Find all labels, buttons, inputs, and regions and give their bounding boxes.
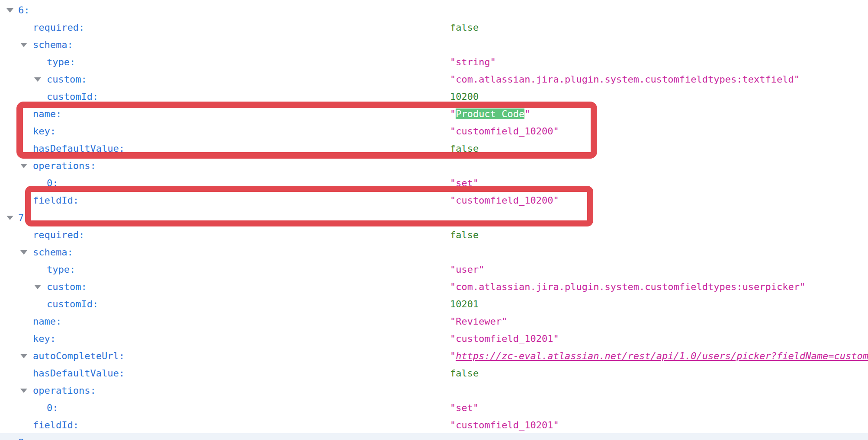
tree-key: key: xyxy=(33,123,56,140)
tree-row: required:false xyxy=(0,226,868,244)
chevron-down-icon[interactable] xyxy=(20,164,27,168)
tree-row: type:"user" xyxy=(0,261,868,278)
tree-key: autoCompleteUrl: xyxy=(33,348,125,365)
chevron-down-icon[interactable] xyxy=(34,285,41,289)
tree-row: 0:"set" xyxy=(0,175,868,192)
tree-row: schema: xyxy=(0,244,868,261)
tree-row: hasDefaultValue:false xyxy=(0,365,868,382)
tree-row: custom:"com.atlassian.jira.plugin.system… xyxy=(0,278,868,296)
tree-row: required:false xyxy=(0,19,868,36)
tree-row: fieldId:"customfield_10200" xyxy=(0,192,868,209)
tree-value: false xyxy=(450,365,479,382)
quote-mark: " xyxy=(524,108,530,119)
tree-key: customId: xyxy=(47,296,98,313)
tree-row: 0:"set" xyxy=(0,399,868,417)
tree-key: 0: xyxy=(47,399,58,417)
tree-row: fieldId:"customfield_10201" xyxy=(0,417,868,434)
tree-key: schema: xyxy=(33,36,73,54)
chevron-down-icon[interactable] xyxy=(6,8,13,13)
chevron-down-icon[interactable] xyxy=(6,216,13,220)
tree-row: customId:10200 xyxy=(0,88,868,105)
tree-value: "customfield_10200" xyxy=(450,123,559,140)
tree-value: 10200 xyxy=(450,88,479,105)
tree-key: 8: xyxy=(18,434,30,440)
tree-key: hasDefaultValue: xyxy=(33,365,125,382)
tree-value: "set" xyxy=(450,175,479,192)
tree-key: 6: xyxy=(18,2,30,19)
autocomplete-url-link[interactable]: "https://zc-eval.atlassian.net/rest/api/… xyxy=(450,348,868,365)
tree-value: "user" xyxy=(450,261,484,278)
tree-row: operations: xyxy=(0,157,868,175)
tree-value: 10201 xyxy=(450,296,479,313)
chevron-down-icon[interactable] xyxy=(34,77,41,82)
next-row-highlight-band: 8: xyxy=(0,433,868,440)
tree-key: key: xyxy=(33,330,56,348)
tree-value: "com.atlassian.jira.plugin.system.custom… xyxy=(450,278,805,296)
tree-key: 7: xyxy=(18,209,30,226)
tree-value: "set" xyxy=(450,399,479,417)
tree-row: schema: xyxy=(0,36,868,54)
tree-row: autoCompleteUrl:"https://zc-eval.atlassi… xyxy=(0,348,868,365)
tree-key: fieldId: xyxy=(33,192,79,209)
tree-key: fieldId: xyxy=(33,417,79,434)
tree-key: required: xyxy=(33,19,84,36)
tree-row: name:"Reviewer" xyxy=(0,313,868,330)
tree-row: key:"customfield_10200" xyxy=(0,123,868,140)
tree-row: 8: xyxy=(0,434,868,440)
tree-key: operations: xyxy=(33,382,96,399)
tree-key: custom: xyxy=(47,71,87,88)
tree-value: false xyxy=(450,19,479,36)
search-highlight: Product Code xyxy=(456,108,524,119)
chevron-down-icon[interactable] xyxy=(20,354,27,358)
chevron-down-icon[interactable] xyxy=(20,250,27,255)
tree-value: "Product Code" xyxy=(450,105,530,123)
tree-row: name:"Product Code" xyxy=(0,105,868,123)
quote-mark: " xyxy=(450,108,456,119)
tree-value: "customfield_10201" xyxy=(450,330,559,348)
tree-key: operations: xyxy=(33,157,96,175)
tree-key: name: xyxy=(33,105,61,123)
tree-key: custom: xyxy=(47,278,87,296)
tree-value: "customfield_10200" xyxy=(450,192,559,209)
tree-value: "com.atlassian.jira.plugin.system.custom… xyxy=(450,71,800,88)
tree-row: 6: xyxy=(0,2,868,19)
tree-key: schema: xyxy=(33,244,73,261)
tree-row: 7: xyxy=(0,209,868,226)
tree-value: false xyxy=(450,226,479,244)
tree-key: type: xyxy=(47,54,75,71)
quote-mark: " xyxy=(450,351,456,361)
tree-value: false xyxy=(450,140,479,157)
tree-value: "customfield_10201" xyxy=(450,417,559,434)
tree-row: key:"customfield_10201" xyxy=(0,330,868,348)
url-text: https://zc-eval.atlassian.net/rest/api/1… xyxy=(456,351,868,361)
tree-key: required: xyxy=(33,226,84,244)
chevron-down-icon[interactable] xyxy=(20,389,27,393)
tree-key: hasDefaultValue: xyxy=(33,140,125,157)
tree-row: hasDefaultValue:false xyxy=(0,140,868,157)
tree-row: custom:"com.atlassian.jira.plugin.system… xyxy=(0,71,868,88)
tree-key: customId: xyxy=(47,88,98,105)
chevron-down-icon[interactable] xyxy=(20,43,27,47)
tree-row: type:"string" xyxy=(0,54,868,71)
tree-value: "string" xyxy=(450,54,496,71)
tree-row: operations: xyxy=(0,382,868,399)
tree-value: "Reviewer" xyxy=(450,313,507,330)
tree-row: customId:10201 xyxy=(0,296,868,313)
tree-key: 0: xyxy=(47,175,58,192)
tree-key: name: xyxy=(33,313,61,330)
tree-key: type: xyxy=(47,261,75,278)
json-tree-viewer: 6:required:falseschema:type:"string"cust… xyxy=(0,2,868,434)
